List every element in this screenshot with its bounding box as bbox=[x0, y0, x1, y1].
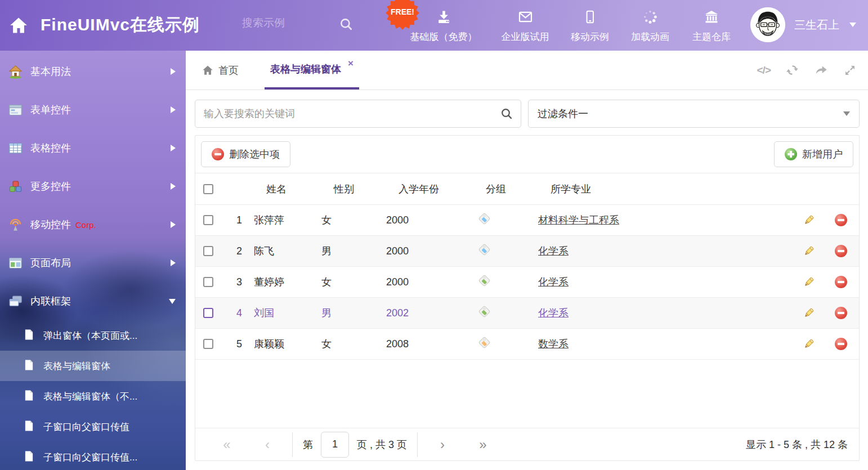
major-link[interactable]: 材料科学与工程系 bbox=[538, 214, 619, 226]
table-header-row: 姓名 性别 入学年份 分组 所学专业 bbox=[195, 173, 859, 205]
chevron-right-icon bbox=[171, 68, 176, 75]
top-header: FineUIMvc在线示例 FREE! 基础版（免费） 企业版试用 bbox=[0, 0, 868, 51]
delete-icon[interactable] bbox=[823, 307, 859, 319]
major-link[interactable]: 化学系 bbox=[538, 245, 569, 257]
open-in-new-icon[interactable] bbox=[814, 63, 829, 78]
table-row[interactable]: 1 张萍萍 女 2000 材料科学与工程系 bbox=[195, 205, 859, 236]
sidebar-item-form-controls[interactable]: 表单控件 bbox=[0, 91, 186, 129]
nav-mobile-demo[interactable]: 移动示例 bbox=[571, 9, 609, 43]
row-checkbox[interactable] bbox=[203, 215, 213, 225]
nav-basic-edition[interactable]: 基础版（免费） bbox=[410, 9, 477, 43]
edit-icon[interactable] bbox=[794, 338, 823, 350]
record-summary: 显示 1 - 5 条 , 共 12 条 bbox=[746, 438, 848, 451]
delete-icon[interactable] bbox=[823, 245, 859, 257]
source-code-icon[interactable]: </> bbox=[757, 64, 771, 77]
sidebar-subitem-label: 子窗口向父窗口传值... bbox=[43, 451, 137, 464]
delete-icon[interactable] bbox=[823, 214, 859, 226]
table-row-selected[interactable]: 4 刘国 男 2002 化学系 bbox=[195, 298, 859, 329]
sidebar-item-iframe[interactable]: 内联框架 bbox=[0, 282, 186, 320]
table-row[interactable]: 5 康颖颖 女 2008 数学系 bbox=[195, 329, 859, 360]
column-header-major[interactable]: 所学专业 bbox=[538, 182, 794, 196]
keyword-search bbox=[195, 100, 521, 128]
minus-icon bbox=[212, 148, 224, 160]
sidebar-subitem-grid-edit-window[interactable]: 表格与编辑窗体 bbox=[0, 351, 186, 381]
edit-icon[interactable] bbox=[794, 307, 823, 319]
row-checkbox[interactable] bbox=[203, 277, 213, 287]
delete-selected-button[interactable]: 删除选中项 bbox=[201, 141, 290, 167]
edit-icon[interactable] bbox=[794, 245, 823, 257]
sidebar-submenu: 弹出窗体（本页面或... 表格与编辑窗体 表格与编辑窗体（不... 子窗口向父窗… bbox=[0, 320, 186, 470]
sidebar-item-basic-usage[interactable]: 基本用法 bbox=[0, 52, 186, 91]
nav-label: 主题仓库 bbox=[692, 30, 731, 43]
cell-gender: 女 bbox=[321, 213, 386, 227]
delete-icon[interactable] bbox=[823, 338, 859, 350]
refresh-icon[interactable] bbox=[785, 63, 799, 77]
column-header-name[interactable]: 姓名 bbox=[254, 182, 321, 196]
add-user-button[interactable]: 新增用户 bbox=[774, 141, 853, 167]
row-number: 1 bbox=[225, 214, 254, 226]
tab-home[interactable]: 首页 bbox=[195, 51, 245, 89]
sidebar-item-label: 更多控件 bbox=[30, 180, 71, 193]
pagination-bar: « ‹ 第 页 , 共 3 页 › » 显示 1 - 5 条 , 共 12 条 bbox=[195, 428, 859, 460]
fullscreen-icon[interactable] bbox=[843, 64, 857, 77]
cell-name: 刘国 bbox=[254, 306, 321, 320]
edit-icon[interactable] bbox=[794, 276, 823, 288]
sidebar-subitem-grid-edit-window-2[interactable]: 表格与编辑窗体（不... bbox=[0, 381, 186, 411]
sidebar-item-grid-controls[interactable]: 表格控件 bbox=[0, 129, 186, 167]
nav-label: 移动示例 bbox=[571, 30, 609, 43]
header-search-input[interactable] bbox=[242, 17, 332, 29]
search-icon[interactable] bbox=[500, 107, 513, 123]
delete-icon[interactable] bbox=[823, 276, 859, 288]
cell-gender: 男 bbox=[321, 306, 386, 320]
search-icon[interactable] bbox=[339, 17, 354, 34]
first-page-button[interactable]: « bbox=[207, 438, 247, 451]
keyword-search-input[interactable] bbox=[195, 100, 521, 128]
spinner-icon bbox=[642, 9, 659, 27]
next-page-button[interactable]: › bbox=[422, 438, 463, 451]
user-menu[interactable]: 三生石上 bbox=[750, 7, 856, 42]
nav-theme-store[interactable]: 主题仓库 bbox=[692, 9, 731, 43]
page-number-input[interactable] bbox=[321, 432, 349, 458]
nav-enterprise-trial[interactable]: 企业版试用 bbox=[502, 9, 549, 43]
close-icon[interactable]: × bbox=[348, 58, 354, 69]
row-checkbox[interactable] bbox=[203, 339, 213, 349]
sidebar-subitem-popup-window[interactable]: 弹出窗体（本页面或... bbox=[0, 320, 186, 351]
sidebar-item-label: 移动控件 bbox=[30, 218, 71, 231]
cell-gender: 女 bbox=[321, 275, 386, 289]
row-checkbox[interactable] bbox=[203, 246, 213, 256]
cell-year: 2008 bbox=[386, 338, 473, 350]
home-icon[interactable] bbox=[9, 16, 28, 37]
sidebar-item-page-layout[interactable]: 页面布局 bbox=[0, 244, 186, 282]
column-header-group[interactable]: 分组 bbox=[473, 182, 538, 196]
cell-name: 董婷婷 bbox=[254, 275, 321, 289]
chevron-right-icon bbox=[171, 106, 176, 113]
download-icon bbox=[435, 9, 452, 27]
chevron-down-icon bbox=[169, 299, 176, 304]
app-window: FineUIMvc在线示例 FREE! 基础版（免费） 企业版试用 bbox=[0, 0, 868, 470]
tag-icon bbox=[478, 305, 491, 321]
last-page-button[interactable]: » bbox=[463, 438, 503, 451]
edit-icon[interactable] bbox=[794, 214, 823, 226]
column-header-year[interactable]: 入学年份 bbox=[386, 182, 473, 196]
sidebar-item-more-controls[interactable]: 更多控件 bbox=[0, 167, 186, 205]
major-link[interactable]: 化学系 bbox=[538, 307, 569, 319]
bank-icon bbox=[703, 9, 721, 27]
frames-icon bbox=[8, 294, 24, 309]
sidebar-subitem-child-to-parent-2[interactable]: 子窗口向父窗口传值... bbox=[0, 442, 186, 470]
major-link[interactable]: 化学系 bbox=[538, 276, 569, 288]
major-link[interactable]: 数学系 bbox=[538, 338, 569, 350]
column-header-gender[interactable]: 性别 bbox=[321, 182, 386, 196]
nav-loading-animation[interactable]: 加载动画 bbox=[631, 9, 669, 43]
row-checkbox[interactable] bbox=[203, 308, 213, 318]
sidebar-subitem-label: 子窗口向父窗口传值 bbox=[43, 420, 129, 433]
table-row[interactable]: 2 陈飞 男 2000 化学系 bbox=[195, 236, 859, 267]
sidebar-item-label: 基本用法 bbox=[30, 65, 71, 78]
avatar bbox=[750, 7, 785, 42]
sidebar-item-mobile-controls[interactable]: 移动控件 Corp. bbox=[0, 205, 186, 244]
table-row[interactable]: 3 董婷婷 女 2000 化学系 bbox=[195, 267, 859, 298]
sidebar-subitem-child-to-parent[interactable]: 子窗口向父窗口传值 bbox=[0, 411, 186, 442]
select-all-checkbox[interactable] bbox=[203, 184, 213, 194]
prev-page-button[interactable]: ‹ bbox=[247, 438, 288, 451]
filter-dropdown[interactable]: 过滤条件一 bbox=[528, 100, 860, 128]
tab-grid-edit-window[interactable]: 表格与编辑窗体 × bbox=[265, 51, 359, 89]
